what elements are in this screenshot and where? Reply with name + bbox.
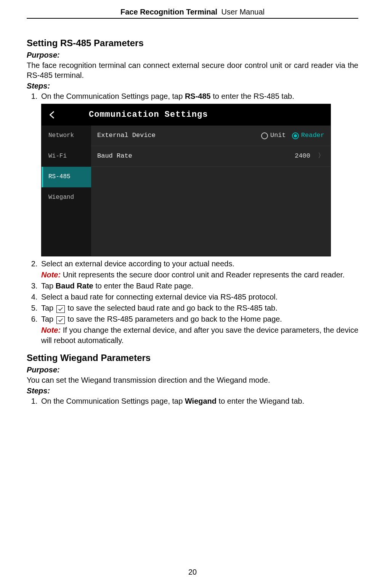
screenshot-comm-settings: Communication Settings Network Wi-Fi RS-… (41, 104, 331, 256)
radio-reader[interactable]: Reader (292, 131, 324, 140)
header-light: User Manual (221, 8, 265, 16)
chevron-right-icon: 〉 (318, 152, 324, 161)
step1-a: On the Communication Settings page, tap (41, 92, 185, 100)
screenshot-titlebar: Communication Settings (42, 104, 330, 126)
step1-b: RS-485 (185, 92, 211, 100)
step-1: On the Communication Settings page, tap … (40, 91, 358, 256)
w-step1-b: Wiegand (185, 397, 217, 405)
purpose-text: The face recognition terminal can connec… (27, 60, 358, 80)
step4-text: Select a baud rate for connecting extern… (41, 293, 278, 301)
steps-list-1: On the Communication Settings page, tap … (27, 91, 358, 346)
check-icon (56, 316, 65, 324)
step6-note: Note: If you change the external device,… (41, 325, 358, 346)
back-icon[interactable] (47, 109, 58, 121)
step1-c: to enter the RS-485 tab. (211, 92, 294, 100)
section-wiegand-title: Setting Wiegand Parameters (27, 353, 358, 363)
check-icon (56, 305, 65, 313)
step-6: Tap to save the RS-485 parameters and go… (40, 314, 358, 346)
row-external-device-label: External Device (97, 131, 156, 140)
screenshot-title: Communication Settings (89, 109, 208, 121)
page-number: 20 (0, 568, 385, 577)
step-4: Select a baud rate for connecting extern… (40, 292, 358, 302)
step-2: Select an external device according to y… (40, 259, 358, 280)
step5-a: Tap (41, 304, 56, 312)
header-bold: Face Recognition Terminal (120, 8, 217, 16)
purpose-label-2: Purpose: (27, 366, 358, 374)
step3-b: Baud Rate (56, 282, 93, 290)
page-header: Face Recognition Terminal User Manual (27, 8, 358, 19)
note2-text: If you change the external device, and a… (41, 326, 358, 345)
note-label: Note: (41, 326, 61, 334)
section-rs485-title: Setting RS-485 Parameters (27, 38, 358, 48)
step2-text: Select an external device according to y… (41, 259, 234, 268)
screenshot-sidebar: Network Wi-Fi RS-485 Wiegand (42, 126, 91, 256)
sidebar-item-wiegand[interactable]: Wiegand (42, 187, 91, 208)
screenshot-body: Network Wi-Fi RS-485 Wiegand External De… (42, 126, 330, 256)
row-baud-rate[interactable]: Baud Rate 2400 〉 (91, 146, 330, 167)
purpose-text-2: You can set the Wiegand transmission dir… (27, 375, 358, 385)
steps-label: Steps: (27, 82, 358, 90)
step-5: Tap to save the selected baud rate and g… (40, 303, 358, 313)
w-step1-a: On the Communication Settings page, tap (41, 397, 185, 405)
step3-c: to enter the Baud Rate page. (93, 282, 193, 290)
sidebar-item-rs485[interactable]: RS-485 (42, 167, 91, 187)
sidebar-item-network[interactable]: Network (42, 126, 91, 146)
page: Face Recognition Terminal User Manual Se… (0, 0, 385, 588)
row-external-device: External Device Unit Reader (91, 126, 330, 146)
radio-icon (261, 132, 268, 139)
step-3: Tap Baud Rate to enter the Baud Rate pag… (40, 281, 358, 291)
steps-list-2: On the Communication Settings page, tap … (27, 396, 358, 406)
radio-reader-label: Reader (301, 131, 324, 140)
radio-unit-label: Unit (270, 131, 286, 140)
steps-label-2: Steps: (27, 387, 358, 395)
screenshot-content: External Device Unit Reader (91, 126, 330, 256)
radio-icon (292, 132, 299, 139)
purpose-label: Purpose: (27, 51, 358, 60)
step5-b: to save the selected baud rate and go ba… (66, 304, 278, 312)
radio-unit[interactable]: Unit (261, 131, 286, 140)
step3-a: Tap (41, 282, 56, 290)
step-1-wiegand: On the Communication Settings page, tap … (40, 396, 358, 406)
row-baud-rate-label: Baud Rate (97, 152, 132, 161)
w-step1-c: to enter the Wiegand tab. (217, 397, 304, 405)
baud-rate-value: 2400 (295, 152, 310, 161)
step2-note: Note: Unit represents the secure door co… (41, 270, 358, 280)
note1-text: Unit represents the secure door control … (61, 271, 345, 279)
sidebar-item-wifi[interactable]: Wi-Fi (42, 146, 91, 167)
step6-a: Tap (41, 315, 56, 323)
note-label: Note: (41, 271, 61, 279)
step6-b: to save the RS-485 parameters and go bac… (66, 315, 282, 323)
